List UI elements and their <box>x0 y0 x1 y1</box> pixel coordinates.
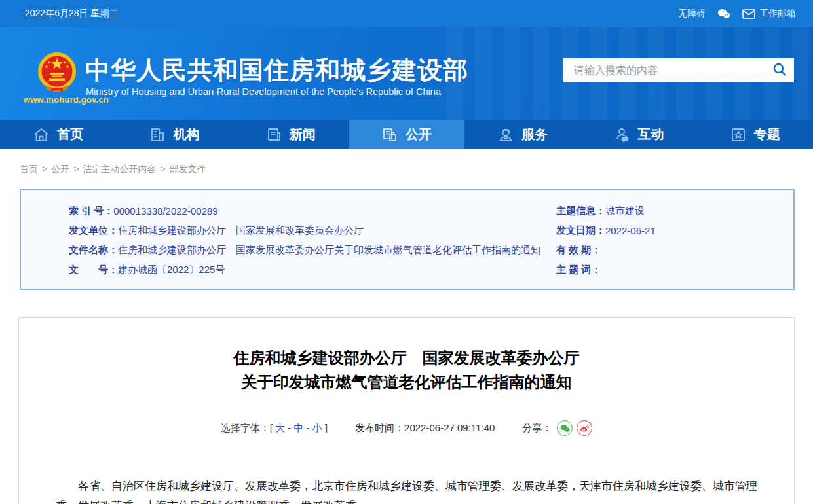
interact-icon <box>614 127 631 143</box>
nav-item-org[interactable]: 机构 <box>116 120 232 149</box>
site-title-cn: 中华人民共和国住房和城乡建设部 <box>85 54 468 87</box>
topics-icon <box>730 127 747 143</box>
article-meta-bar: 选择字体：[ 大 - 中 - 小 ] 发布时间：2022-06-27 09:11… <box>19 420 794 436</box>
info-row-issue-date: 发文日期： 2022-06-21 <box>556 221 793 240</box>
accessibility-link[interactable]: 无障碍 <box>678 8 706 20</box>
search-box <box>563 58 794 82</box>
info-row-doc-number: 文 号： 建办城函〔2022〕225号 <box>69 260 556 279</box>
article-container: 住房和城乡建设部办公厅 国家发展改革委办公厅 关于印发城市燃气管道老化评估工作指… <box>18 317 795 504</box>
info-row-keywords: 主 题 词： <box>556 260 793 279</box>
info-row-issuer: 发文单位： 住房和城乡建设部办公厅 国家发展和改革委员会办公厅 <box>69 221 556 240</box>
article-body-text: 各省、自治区住房和城乡建设厅、发展改革委，北京市住房和城乡建设委、城市管理委、发… <box>19 477 794 504</box>
current-date: 2022年6月28日 星期二 <box>25 8 118 20</box>
font-size-medium[interactable]: 中 <box>293 422 303 433</box>
nav-item-home[interactable]: 首页 <box>0 120 116 149</box>
info-row-topic: 主题信息： 城市建设 <box>556 201 793 221</box>
nav-item-service[interactable]: 服务 <box>464 120 580 149</box>
service-icon <box>497 127 514 143</box>
wechat-share-icon[interactable] <box>557 420 573 436</box>
breadcrumb-statutory[interactable]: 法定主动公开内容 <box>83 164 156 174</box>
breadcrumb-ministry-docs[interactable]: 部发文件 <box>170 164 206 174</box>
info-row-validity: 有 效 期： <box>556 240 793 260</box>
font-size-large[interactable]: 大 <box>275 422 285 433</box>
breadcrumb: 首页>公开>法定主动公开内容>部发文件 <box>0 149 813 185</box>
article-title-line2: 关于印发城市燃气管道老化评估工作指南的通知 <box>19 370 794 394</box>
org-icon <box>149 127 166 143</box>
site-header: www.mohurd.gov.cn 中华人民共和国住房和城乡建设部 Minist… <box>0 27 813 120</box>
search-button[interactable] <box>765 58 794 82</box>
info-row-doc-name: 文件名称： 住房和城乡建设部办公厅 国家发展改革委办公厅关于印发城市燃气管道老化… <box>69 240 556 260</box>
mail-icon <box>742 9 755 19</box>
weibo-share-icon[interactable] <box>577 420 592 436</box>
nav-item-news[interactable]: 新闻 <box>233 120 349 149</box>
search-icon <box>772 62 787 79</box>
breadcrumb-home[interactable]: 首页 <box>20 164 38 174</box>
wechat-icon[interactable] <box>717 8 730 20</box>
top-bar: 2022年6月28日 星期二 无障碍 工作邮箱 <box>0 0 813 27</box>
home-icon <box>33 127 50 143</box>
nav-item-disclosure[interactable]: 公开 <box>349 120 464 149</box>
work-mailbox-link[interactable]: 工作邮箱 <box>742 8 796 20</box>
search-input[interactable] <box>563 65 765 77</box>
publish-time: 发布时间：2022-06-27 09:11:40 <box>355 422 495 435</box>
info-row-index: 索 引 号： 000013338/2022-00289 <box>69 201 556 221</box>
nav-item-topics[interactable]: 专题 <box>697 120 813 149</box>
site-title-en: Ministry of Housing and Urban-Rural Deve… <box>86 86 441 97</box>
font-size-selector: 选择字体：[ 大 - 中 - 小 ] <box>221 422 328 435</box>
article-title: 住房和城乡建设部办公厅 国家发展改革委办公厅 关于印发城市燃气管道老化评估工作指… <box>19 346 794 394</box>
disclosure-icon <box>381 127 398 143</box>
font-size-small[interactable]: 小 <box>312 422 322 433</box>
share-label: 分享： <box>522 422 552 435</box>
nav-item-interact[interactable]: 互动 <box>580 120 696 149</box>
china-national-emblem <box>37 51 77 97</box>
article-title-line1: 住房和城乡建设部办公厅 国家发展改革委办公厅 <box>19 346 794 370</box>
breadcrumb-disclosure[interactable]: 公开 <box>51 164 69 174</box>
news-icon <box>265 127 282 143</box>
doc-info-box: 索 引 号： 000013338/2022-00289 发文单位： 住房和城乡建… <box>20 189 795 290</box>
main-nav: 首页 机构 新闻 公开 服务 互动 专题 <box>0 120 813 149</box>
